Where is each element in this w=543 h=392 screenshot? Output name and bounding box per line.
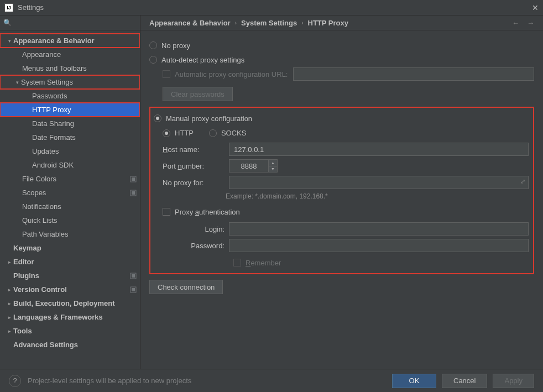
- tree-plugins[interactable]: ▸ Plugins: [0, 269, 140, 283]
- project-override-icon: [130, 286, 137, 293]
- port-number-label: Port number:: [163, 162, 229, 170]
- chevron-right-icon: ▸: [6, 315, 13, 320]
- chevron-down-icon: ▾: [6, 38, 13, 44]
- search-input[interactable]: [14, 19, 137, 27]
- tree-lang-frameworks[interactable]: ▸ Languages & Frameworks: [0, 310, 140, 324]
- checkbox-label: Proxy authentication: [175, 208, 240, 216]
- svg-rect-3: [132, 191, 135, 195]
- port-number-input[interactable]: [229, 159, 269, 173]
- tree-tools[interactable]: ▸ Tools: [0, 324, 140, 338]
- password-input: [229, 239, 529, 252]
- radio-icon: [209, 129, 217, 137]
- tree-android-sdk[interactable]: Android SDK: [0, 158, 140, 172]
- radio-label: SOCKS: [221, 129, 247, 137]
- radio-label: Manual proxy configuration: [166, 114, 252, 123]
- host-name-label: Host name:: [163, 145, 229, 154]
- tree-version-control[interactable]: ▸ Version Control: [0, 283, 140, 296]
- login-label: Login:: [176, 225, 229, 233]
- checkbox-icon: [233, 259, 241, 266]
- tree-menus-toolbars[interactable]: Menus and Toolbars: [0, 61, 140, 75]
- checkbox-icon: [163, 208, 170, 216]
- svg-rect-7: [132, 288, 135, 291]
- host-name-input[interactable]: [229, 143, 529, 156]
- checkbox-remember: Remember: [233, 255, 529, 270]
- project-override-icon: [130, 273, 137, 279]
- no-proxy-example: Example: *.domain.com, 192.168.*: [226, 192, 529, 200]
- search-icon: 🔍: [3, 19, 12, 27]
- tree-date-formats[interactable]: Date Formats: [0, 130, 140, 144]
- radio-manual-proxy[interactable]: Manual proxy configuration: [154, 111, 529, 126]
- auto-config-url-input: [293, 67, 534, 81]
- apply-button[interactable]: Apply: [493, 374, 534, 388]
- tree-passwords[interactable]: Passwords: [0, 89, 140, 103]
- settings-tree-panel: 🔍 ▾ Appearance & Behavior Appearance Men…: [0, 15, 140, 369]
- breadcrumb-http-proxy: HTTP Proxy: [308, 19, 348, 27]
- settings-tree: ▾ Appearance & Behavior Appearance Menus…: [0, 30, 140, 369]
- chevron-right-icon: ▸: [6, 301, 13, 306]
- expand-icon[interactable]: ⤢: [520, 178, 525, 185]
- settings-content: No proxy Auto-detect proxy settings Auto…: [140, 30, 543, 369]
- chevron-right-icon: ›: [301, 20, 303, 26]
- spinner-down-icon[interactable]: ▼: [269, 166, 277, 173]
- nav-back-icon[interactable]: ←: [512, 19, 519, 27]
- radio-socks[interactable]: SOCKS: [209, 129, 247, 137]
- clear-passwords-button: Clear passwords: [163, 87, 233, 101]
- chevron-right-icon: ›: [235, 20, 237, 26]
- svg-rect-5: [132, 274, 135, 278]
- search-bar: 🔍: [0, 15, 140, 30]
- radio-no-proxy[interactable]: No proxy: [149, 38, 534, 53]
- tree-notifications[interactable]: Notifications: [0, 200, 140, 213]
- project-override-icon: [130, 190, 137, 196]
- radio-label: Auto-detect proxy settings: [161, 56, 244, 64]
- spinner-up-icon[interactable]: ▲: [269, 160, 277, 166]
- login-input: [229, 222, 529, 236]
- breadcrumb-system-settings[interactable]: System Settings: [241, 19, 297, 27]
- tree-http-proxy[interactable]: HTTP Proxy: [0, 103, 140, 117]
- tree-build-exec[interactable]: ▸ Build, Execution, Deployment: [0, 296, 140, 310]
- no-proxy-for-input[interactable]: [229, 176, 529, 189]
- tree-quick-lists[interactable]: Quick Lists: [0, 213, 140, 227]
- tree-appearance-behavior[interactable]: ▾ Appearance & Behavior: [0, 34, 140, 48]
- port-spinner[interactable]: ▲ ▼: [269, 159, 278, 173]
- checkbox-auto-config-url: Automatic proxy configuration URL:: [163, 67, 534, 81]
- tree-advanced-settings[interactable]: ▸ Advanced Settings: [0, 338, 140, 352]
- radio-icon: [163, 129, 170, 137]
- chevron-down-icon: ▾: [13, 80, 21, 85]
- project-level-hint: Project-level settings will be applied t…: [28, 377, 191, 385]
- ok-button[interactable]: OK: [392, 374, 436, 388]
- title-bar: IJ Settings ✕: [0, 0, 543, 15]
- tree-data-sharing[interactable]: Data Sharing: [0, 117, 140, 130]
- no-proxy-for-label: No proxy for:: [163, 179, 229, 187]
- radio-icon: [154, 114, 161, 122]
- radio-http[interactable]: HTTP: [163, 129, 194, 137]
- radio-label: HTTP: [175, 129, 194, 137]
- bottom-bar: ? Project-level settings will be applied…: [0, 369, 543, 392]
- nav-forward-icon[interactable]: →: [527, 19, 534, 27]
- radio-icon: [149, 56, 157, 64]
- breadcrumb-appearance-behavior[interactable]: Appearance & Behavior: [149, 19, 231, 27]
- chevron-right-icon: ▸: [6, 287, 13, 292]
- tree-scopes[interactable]: Scopes: [0, 186, 140, 200]
- checkbox-icon: [163, 70, 170, 78]
- checkbox-label: Automatic proxy configuration URL:: [175, 70, 288, 79]
- help-icon[interactable]: ?: [9, 375, 21, 387]
- check-connection-button[interactable]: Check connection: [149, 280, 223, 294]
- checkbox-proxy-auth[interactable]: Proxy authentication: [163, 205, 529, 219]
- tree-file-colors[interactable]: File Colors: [0, 172, 140, 186]
- chevron-right-icon: ▸: [6, 328, 13, 334]
- window-title: Settings: [18, 3, 44, 12]
- app-icon: IJ: [4, 3, 13, 12]
- close-icon[interactable]: ✕: [532, 3, 539, 12]
- breadcrumb-bar: Appearance & Behavior › System Settings …: [140, 15, 543, 30]
- tree-system-settings[interactable]: ▾ System Settings: [0, 75, 140, 89]
- cancel-button[interactable]: Cancel: [442, 374, 487, 388]
- tree-updates[interactable]: Updates: [0, 144, 140, 158]
- radio-auto-detect[interactable]: Auto-detect proxy settings: [149, 53, 534, 67]
- tree-keymap[interactable]: ▸ Keymap: [0, 241, 140, 255]
- tree-appearance[interactable]: Appearance: [0, 48, 140, 61]
- radio-icon: [149, 41, 157, 49]
- checkbox-label: Remember: [246, 259, 281, 267]
- manual-proxy-panel: Manual proxy configuration HTTP SOCKS Ho…: [149, 107, 534, 274]
- tree-path-variables[interactable]: Path Variables: [0, 227, 140, 241]
- tree-editor[interactable]: ▸ Editor: [0, 255, 140, 269]
